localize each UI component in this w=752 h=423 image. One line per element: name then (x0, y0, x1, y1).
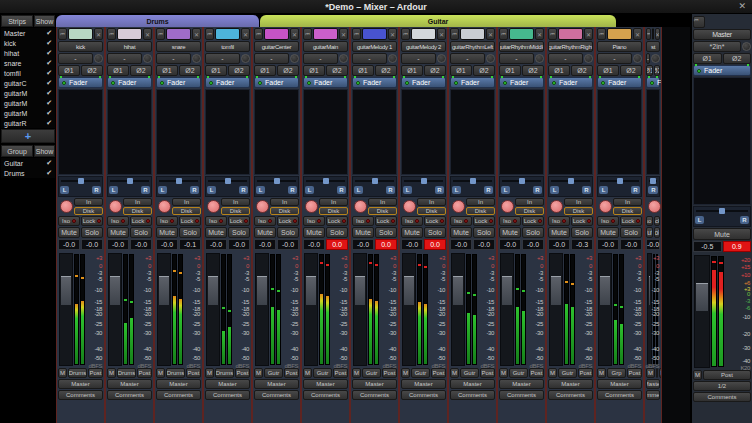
fader-processor[interactable]: Fader (107, 77, 152, 88)
pan-left-button[interactable]: L (158, 186, 167, 194)
gain-fader[interactable] (402, 253, 416, 366)
input-button[interactable]: - (401, 53, 436, 64)
comments-button[interactable]: Comments (597, 390, 642, 400)
output-button[interactable]: Master (303, 379, 348, 389)
close-strip-icon[interactable]: ✕ (290, 28, 299, 40)
trim-knob-icon[interactable] (633, 54, 642, 63)
pan-handle-icon[interactable] (323, 178, 329, 184)
record-enable-button[interactable] (256, 200, 269, 213)
input-button[interactable]: - (58, 53, 93, 64)
group-button[interactable]: Gutr (313, 368, 332, 378)
pan-left-button[interactable]: L (256, 186, 265, 194)
strip-color-swatch[interactable] (215, 28, 240, 40)
phase-2-button[interactable]: Ø2 (424, 65, 446, 76)
pan-left-button[interactable]: L (354, 186, 363, 194)
solo-button[interactable]: Solo (424, 227, 446, 238)
strip-name-button[interactable]: guitarRhythmLeft (450, 41, 495, 52)
monitor-input-button[interactable]: In (613, 198, 642, 206)
fader-handle[interactable] (649, 276, 650, 305)
output-button[interactable]: Master (352, 379, 397, 389)
gain-fader[interactable] (157, 253, 171, 366)
processor-box[interactable] (303, 89, 348, 175)
solo-lock-button[interactable]: Lock (81, 216, 103, 226)
pan-left-button[interactable]: L (207, 186, 216, 194)
automation-mode-button[interactable]: M (58, 368, 67, 378)
record-enable-button[interactable] (158, 200, 171, 213)
record-enable-button[interactable] (550, 200, 563, 213)
gain-display[interactable]: -0.0 (646, 239, 660, 250)
solo-button[interactable]: Solo (375, 227, 397, 238)
add-track-button[interactable]: + (1, 129, 55, 143)
comments-button[interactable]: Comments (450, 390, 495, 400)
monitor-disk-button[interactable]: Disk (515, 207, 544, 215)
close-strip-icon[interactable]: ✕ (339, 28, 348, 40)
mute-button[interactable]: Mute (646, 227, 653, 238)
peak-display[interactable]: 0.0 (424, 239, 446, 250)
meter-point-button[interactable]: Post (284, 368, 299, 378)
input-button[interactable]: - (352, 53, 387, 64)
group-header-label[interactable]: Group (1, 145, 33, 157)
solo-isolate-button[interactable]: Iso (107, 216, 129, 226)
solo-button[interactable]: Solo (522, 227, 544, 238)
strip-color-swatch[interactable] (362, 28, 387, 40)
sidebar-strip-item[interactable]: guitarM✔ (1, 108, 55, 118)
gain-display[interactable]: -0.0 (450, 239, 472, 250)
comments-button[interactable]: Comments (156, 390, 201, 400)
meter-point-button[interactable]: Post (480, 368, 495, 378)
mute-button[interactable]: Mute (499, 227, 521, 238)
close-strip-icon[interactable]: ✕ (584, 28, 593, 40)
monitor-disk-button[interactable]: Disk (368, 207, 397, 215)
phase-1-button[interactable]: Ø1 (58, 65, 80, 76)
automation-mode-button[interactable]: M (597, 368, 606, 378)
solo-lock-button[interactable]: Lock (620, 216, 642, 226)
fader-handle[interactable] (502, 276, 512, 305)
check-icon[interactable]: ✔ (46, 49, 52, 57)
fader-processor[interactable]: Fader (401, 77, 446, 88)
strip-color-swatch[interactable] (313, 28, 338, 40)
group-button[interactable]: Drums (166, 368, 185, 378)
peak-display[interactable]: -0.1 (179, 239, 201, 250)
pan-right-button[interactable]: R (435, 186, 444, 194)
monitor-input-button[interactable]: In (466, 198, 495, 206)
gain-fader[interactable] (206, 253, 220, 366)
mute-button[interactable]: Mute (156, 227, 178, 238)
automation-mode-button[interactable]: M (499, 368, 508, 378)
monitor-input-button[interactable]: In (515, 198, 544, 206)
close-strip-icon[interactable]: ✕ (241, 28, 250, 40)
solo-isolate-button[interactable]: Iso (254, 216, 276, 226)
output-button[interactable]: Master (646, 379, 660, 389)
pan-right-button[interactable]: R (337, 186, 346, 194)
gain-fader[interactable] (500, 253, 514, 366)
processor-box[interactable] (401, 89, 446, 175)
monitor-input-button[interactable]: In (270, 198, 299, 206)
group-tab-drums[interactable]: Drums (56, 15, 259, 27)
gain-display[interactable]: -0.0 (352, 239, 374, 250)
master-gain-fader[interactable] (694, 255, 710, 368)
meter-point-button[interactable]: Post (578, 368, 593, 378)
strip-name-button[interactable]: hihat (107, 41, 152, 52)
solo-lock-button[interactable]: Lock (571, 216, 593, 226)
close-strip-icon[interactable]: ✕ (437, 28, 446, 40)
comments-button[interactable]: Comments (401, 390, 446, 400)
peak-display[interactable]: 0.0 (375, 239, 397, 250)
solo-button[interactable]: Solo (571, 227, 593, 238)
pan-right-button[interactable]: R (141, 186, 150, 194)
solo-lock-button[interactable]: Lock (277, 216, 299, 226)
check-icon[interactable]: ✔ (46, 39, 52, 47)
sidebar-strip-item[interactable]: hihat✔ (1, 48, 55, 58)
strip-color-swatch[interactable] (117, 28, 142, 40)
input-button[interactable]: - (156, 53, 191, 64)
group-button[interactable]: Drums (215, 368, 234, 378)
strip-name-button[interactable]: guitarMelody 1 (352, 41, 397, 52)
pan-left-button[interactable]: L (452, 186, 461, 194)
strip-name-button[interactable]: guitarMelody 2 (401, 41, 446, 52)
close-strip-icon[interactable]: ✕ (192, 28, 201, 40)
phase-2-button[interactable]: Ø2 (81, 65, 103, 76)
solo-button[interactable]: Solo (81, 227, 103, 238)
processor-box[interactable] (352, 89, 397, 175)
rewind-icon[interactable]: ⏮ (597, 28, 606, 40)
phase-2-button[interactable]: Ø2 (179, 65, 201, 76)
pan-left-button[interactable]: L (501, 186, 510, 194)
peak-display[interactable]: -0.0 (277, 239, 299, 250)
record-enable-button[interactable] (305, 200, 318, 213)
